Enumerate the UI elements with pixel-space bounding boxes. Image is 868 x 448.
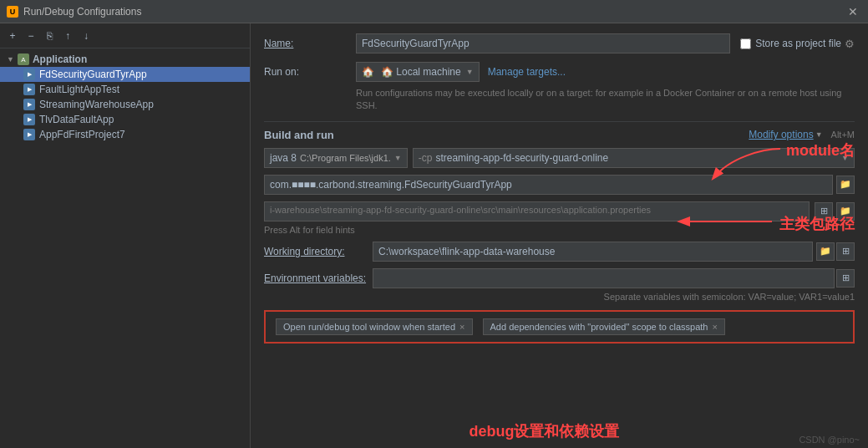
tree-item-label-0: FdSecurityGuardTyrApp — [39, 69, 147, 80]
tree-item-4[interactable]: ▶ AppFdFirstProject7 — [0, 127, 250, 142]
options-box: Open run/debug tool window when started … — [264, 310, 855, 344]
main-class-browse-button[interactable]: 📁 — [836, 176, 855, 194]
tree-area: ▼ A Application ▶ FdSecurityGuardTyrApp … — [0, 48, 250, 448]
add-button[interactable]: + — [5, 28, 20, 43]
vm-options-row: i-warehouse\streaming-app-fd-security-gu… — [264, 201, 855, 221]
option-2-close-button[interactable]: × — [713, 322, 718, 332]
working-directory-browse-button[interactable]: 📁 — [816, 242, 835, 261]
credit-text: CSDN @pino~ — [799, 435, 860, 445]
modify-options-shortcut: Alt+M — [831, 130, 855, 140]
modify-options-link[interactable]: Modify options — [749, 129, 813, 140]
name-label: Name: — [264, 38, 356, 49]
toolbar: + − ⎘ ↑ ↓ — [0, 23, 250, 48]
module-dropdown[interactable]: -cp streaming-app-fd-security-guard-onli… — [413, 148, 855, 168]
store-as-project-file-checkbox[interactable] — [740, 38, 751, 49]
option-tag-1: Open run/debug tool window when started … — [276, 318, 473, 335]
tree-item-icon-4: ▶ — [23, 129, 35, 140]
cp-flag-label: -cp — [419, 152, 433, 164]
tree-item-icon-2: ▶ — [23, 99, 35, 110]
tree-group-application[interactable]: ▼ A Application — [0, 52, 250, 67]
run-on-label: Run on: — [264, 66, 356, 78]
right-panel: Name: Store as project file ⚙ Run on: 🏠 … — [251, 23, 868, 448]
tree-item-label-2: StreamingWarehouseApp — [39, 99, 154, 110]
java-dropdown-arrow-icon: ▼ — [394, 154, 402, 162]
run-description: Run configurations may be executed local… — [356, 87, 855, 113]
chevron-down-icon: ▼ — [7, 55, 14, 64]
tree-item-1[interactable]: ▶ FaultLightAppTest — [0, 82, 250, 97]
java-module-row: java 8 C:\Program Files\jdk1. ▼ -cp stre… — [264, 148, 855, 168]
module-arrow-icon: ▼ — [841, 154, 849, 162]
local-machine-label: 🏠 Local machine — [381, 66, 461, 78]
copy-button[interactable]: ⎘ — [42, 28, 57, 43]
java-version-dropdown[interactable]: java 8 C:\Program Files\jdk1. ▼ — [264, 148, 408, 168]
move-up-button[interactable]: ↑ — [60, 28, 75, 43]
remove-button[interactable]: − — [23, 28, 38, 43]
module-label: streaming-app-fd-security-guard-online — [435, 152, 608, 164]
tree-item-icon-1: ▶ — [23, 84, 35, 95]
main-class-row: 📁 — [264, 175, 855, 195]
dropdown-arrow-icon: ▼ — [466, 68, 474, 76]
build-and-run-section: Build and run Modify options ▼ Alt+M — [264, 129, 855, 141]
modify-options-arrow-icon: ▼ — [815, 130, 823, 139]
java-path-label: C:\Program Files\jdk1. — [300, 153, 391, 163]
option-1-label: Open run/debug tool window when started — [283, 322, 455, 332]
java-version-label: java 8 — [270, 152, 297, 164]
gear-icon[interactable]: ⚙ — [845, 38, 855, 50]
tree-item-0[interactable]: ▶ FdSecurityGuardTyrApp — [0, 67, 250, 82]
vm-options-browse-button[interactable]: 📁 — [836, 202, 855, 221]
name-row: Name: Store as project file ⚙ — [264, 33, 855, 53]
close-button[interactable]: ✕ — [845, 5, 861, 18]
local-machine-icon: 🏠 — [362, 66, 374, 78]
application-group-icon: A — [18, 53, 29, 65]
tree-item-3[interactable]: ▶ TlvDataFaultApp — [0, 112, 250, 127]
tree-item-label-1: FaultLightAppTest — [39, 84, 119, 95]
main-class-input[interactable] — [264, 175, 833, 195]
build-and-run-title: Build and run — [264, 129, 334, 141]
tree-item-icon-3: ▶ — [23, 114, 35, 125]
manage-targets-link[interactable]: Manage targets... — [488, 66, 566, 78]
local-machine-dropdown[interactable]: 🏠 🏠 Local machine ▼ — [356, 62, 480, 82]
working-directory-label: Working directory: — [264, 246, 373, 257]
working-directory-buttons: 📁 ⊞ — [816, 242, 855, 261]
environment-variables-input[interactable] — [373, 268, 835, 288]
name-input[interactable] — [356, 33, 730, 53]
environment-variables-row: Environment variables: ⊞ — [264, 268, 855, 288]
environment-variables-edit-button[interactable]: ⊞ — [836, 269, 855, 288]
run-on-row: Run on: 🏠 🏠 Local machine ▼ Manage targe… — [264, 62, 855, 82]
title-bar: U Run/Debug Configurations ✕ — [0, 0, 868, 23]
vm-options-expand-button[interactable]: ⊞ — [815, 202, 833, 221]
tree-item-icon-0: ▶ — [23, 69, 35, 80]
tree-item-label-4: AppFdFirstProject7 — [39, 129, 125, 140]
working-directory-var-button[interactable]: ⊞ — [836, 242, 855, 261]
tree-item-label-3: TlvDataFaultApp — [39, 114, 114, 125]
vm-options-input[interactable]: i-warehouse\streaming-app-fd-security-gu… — [264, 201, 810, 221]
store-as-project-file-label: Store as project file — [755, 38, 841, 49]
press-alt-hint: Press Alt for field hints — [264, 225, 855, 235]
working-directory-row: Working directory: 📁 ⊞ — [264, 242, 855, 262]
option-1-close-button[interactable]: × — [459, 322, 464, 332]
debug-annotation: debug设置和依赖设置 — [470, 421, 620, 441]
environment-variables-label: Environment variables: — [264, 272, 373, 284]
tree-group-label: Application — [33, 53, 87, 65]
working-directory-input[interactable] — [373, 242, 813, 262]
left-panel: + − ⎘ ↑ ↓ ▼ A Application ▶ FdSecurityGu… — [0, 23, 251, 448]
env-hint: Separate variables with semicolon: VAR=v… — [264, 292, 855, 302]
move-down-button[interactable]: ↓ — [79, 28, 94, 43]
option-2-label: Add dependencies with "provided" scope t… — [490, 322, 708, 332]
title-bar-text: Run/Debug Configurations — [23, 6, 845, 18]
app-icon: U — [7, 6, 18, 18]
option-tag-2: Add dependencies with "provided" scope t… — [483, 318, 725, 335]
tree-item-2[interactable]: ▶ StreamingWarehouseApp — [0, 97, 250, 112]
